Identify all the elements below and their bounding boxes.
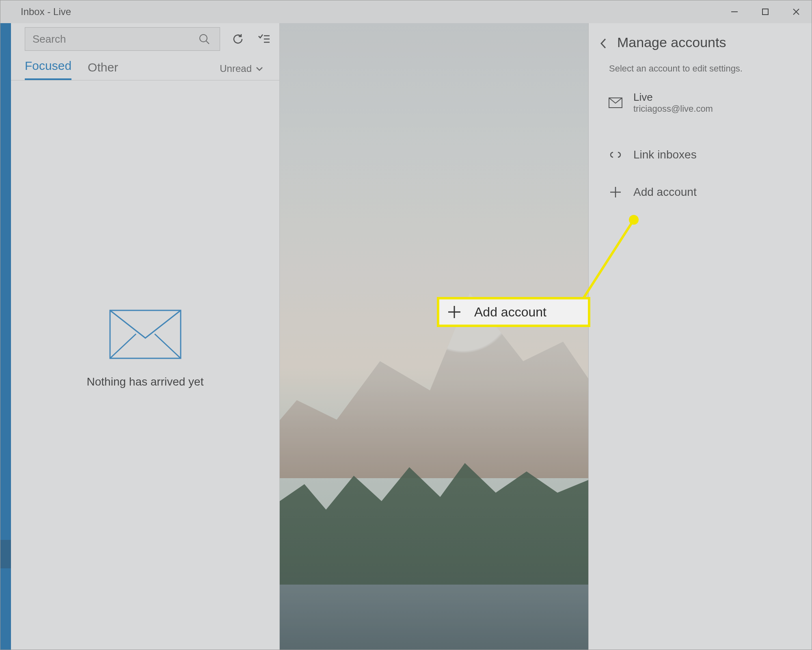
- window-title: Inbox - Live: [21, 6, 71, 17]
- plus-icon: [608, 186, 623, 198]
- add-account-button[interactable]: Add account: [589, 173, 812, 211]
- maximize-icon: [762, 8, 769, 15]
- panel-title: Manage accounts: [617, 35, 726, 50]
- reading-pane: [280, 23, 588, 650]
- link-inboxes-label: Link inboxes: [633, 148, 697, 161]
- account-item-live[interactable]: Live triciagoss@live.com: [589, 85, 812, 120]
- mail-icon: [608, 98, 623, 108]
- search-input[interactable]: Search: [25, 27, 220, 51]
- refresh-icon: [231, 32, 244, 46]
- mail-app-window: Inbox - Live Search: [0, 0, 812, 650]
- refresh-button[interactable]: [230, 31, 246, 47]
- nav-accent-strip: [0, 23, 11, 650]
- window-titlebar: Inbox - Live: [0, 0, 812, 23]
- account-name: Live: [633, 91, 713, 104]
- maximize-button[interactable]: [750, 0, 781, 23]
- window-controls: [719, 0, 812, 23]
- svg-point-4: [200, 35, 207, 42]
- checklist-icon: [257, 32, 270, 46]
- nav-active-indicator: [0, 540, 11, 568]
- list-toolbar: Search: [11, 23, 279, 54]
- minimize-icon: [730, 8, 739, 16]
- annotation-label: Add account: [474, 305, 546, 320]
- close-button[interactable]: [781, 0, 812, 23]
- link-inboxes-button[interactable]: Link inboxes: [589, 136, 812, 173]
- svg-rect-1: [762, 9, 768, 15]
- search-icon: [196, 31, 212, 47]
- svg-line-10: [110, 334, 136, 358]
- annotation-callout-add-account: Add account: [437, 297, 590, 327]
- svg-line-11: [155, 334, 181, 358]
- empty-message: Nothing has arrived yet: [87, 375, 204, 388]
- link-icon: [608, 150, 623, 160]
- minimize-button[interactable]: [719, 0, 750, 23]
- svg-rect-9: [110, 310, 181, 358]
- account-email: triciagoss@live.com: [633, 104, 713, 114]
- svg-line-5: [206, 41, 209, 44]
- manage-accounts-panel: Manage accounts Select an account to edi…: [588, 23, 812, 650]
- back-button[interactable]: [599, 38, 610, 49]
- envelope-icon: [109, 310, 181, 359]
- panel-header: Manage accounts: [589, 23, 812, 54]
- empty-inbox-state: Nothing has arrived yet: [11, 64, 279, 633]
- panel-subtitle: Select an account to edit settings.: [589, 54, 812, 85]
- plus-icon: [447, 304, 462, 320]
- chevron-left-icon: [599, 38, 607, 49]
- search-placeholder: Search: [32, 33, 196, 46]
- close-icon: [792, 8, 800, 16]
- select-mode-button[interactable]: [256, 31, 272, 47]
- add-account-label: Add account: [633, 186, 697, 199]
- message-list-pane: Search Focus: [11, 23, 280, 650]
